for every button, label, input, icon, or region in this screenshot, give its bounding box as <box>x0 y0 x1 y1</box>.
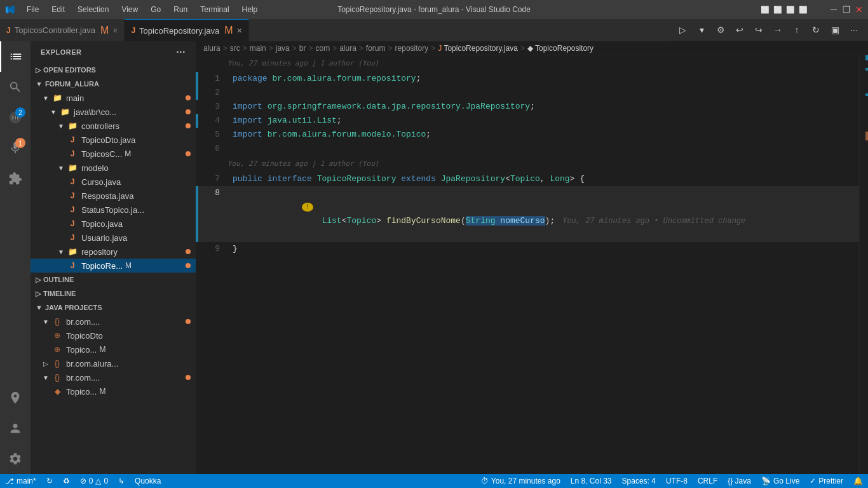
status-quokka[interactable]: Quokka <box>130 474 166 488</box>
activity-search[interactable] <box>0 72 31 102</box>
tree-topico[interactable]: J Topico.java <box>31 217 196 231</box>
folder-label: br.com.alura... <box>66 359 118 369</box>
line-content[interactable] <box>230 142 859 156</box>
menu-run[interactable]: Run <box>167 3 194 17</box>
line-content[interactable]: ! List<Topico> findByCursoNome(String no… <box>230 186 859 242</box>
status-bar: ⎇ main* ↻ ♻ ⊘ 0 △ 0 ↳ Quokka <box>0 474 868 488</box>
status-git-branch[interactable]: ⎇ main* <box>0 474 41 488</box>
tab-topico-repository[interactable]: J TopicoRepository.java M × <box>125 19 248 41</box>
tab-topicos-controller[interactable]: J TopicosController.java M × <box>0 19 125 41</box>
tree-topicos-controller[interactable]: J TopicosC... M <box>31 147 196 161</box>
activity-accounts[interactable] <box>0 413 31 444</box>
menu-go[interactable]: Go <box>144 3 167 17</box>
status-cursor-pos[interactable]: Ln 8, Col 33 <box>566 474 617 488</box>
window-title: TopicoRepository.java - forum_alura - Vi… <box>337 5 531 14</box>
forward-icon[interactable]: → <box>769 21 787 39</box>
status-prettier[interactable]: ✓ Prettier <box>804 474 848 488</box>
layout-icon4[interactable]: ⬜ <box>799 6 807 13</box>
line-content[interactable]: public interface TopicoRepository extend… <box>230 172 859 186</box>
save-icon[interactable]: ↑ <box>788 21 806 39</box>
tree-topico-dto[interactable]: J TopicoDto.java <box>31 133 196 147</box>
more-icon[interactable]: ··· <box>845 21 863 39</box>
status-errors[interactable]: ⊘ 0 △ 0 <box>75 474 113 488</box>
menu-help[interactable]: Help <box>236 3 264 17</box>
status-encoding[interactable]: UTF-8 <box>661 474 693 488</box>
tree-br-com-1[interactable]: ▼ {} br.com.... <box>31 315 196 329</box>
sidebar-more-icon[interactable]: ··· <box>176 46 186 58</box>
layout-icon2[interactable]: ⬜ <box>774 6 782 13</box>
tab-close-icon[interactable]: × <box>112 25 118 36</box>
line-content[interactable]: import br.com.alura.forum.modelo.Topico; <box>230 128 859 142</box>
debug-icon[interactable]: ⚙ <box>712 21 729 39</box>
activity-remote[interactable] <box>0 383 31 413</box>
undo-icon[interactable]: ↩ <box>731 21 749 39</box>
section-label: OUTLINE <box>43 276 74 283</box>
activity-git[interactable]: 2 <box>0 102 31 133</box>
layout-icon3[interactable]: ⬜ <box>787 6 794 13</box>
activity-extensions[interactable] <box>0 163 31 194</box>
tab-close-button[interactable]: × <box>237 25 242 36</box>
tree-topico-dto-proj[interactable]: ⊕ TopicoDto <box>31 329 196 342</box>
line-content[interactable]: import org.springframework.data.jpa.repo… <box>230 100 859 114</box>
layout-icon[interactable]: ⬜ <box>761 6 769 13</box>
section-open-editors[interactable]: ▷ OPEN EDITORS <box>31 63 196 77</box>
tree-br-com-alura[interactable]: ▷ {} br.com.alura... <box>31 356 196 370</box>
redo-icon[interactable]: ↪ <box>750 21 768 39</box>
status-remote[interactable]: ↳ <box>113 474 130 488</box>
code-editor[interactable]: You, 27 minutes ago | 1 author (You) 1 p… <box>196 55 859 474</box>
line-content[interactable]: import java.util.List; <box>230 114 859 128</box>
activity-explorer[interactable] <box>0 41 31 72</box>
menu-view[interactable]: View <box>115 3 144 17</box>
menu-file[interactable]: File <box>20 3 45 17</box>
tree-topico-proj[interactable]: ⊕ Topico... M <box>31 342 196 356</box>
tree-topico-interface[interactable]: ◆ Topico... M <box>31 384 196 398</box>
section-java-projects[interactable]: ▼ JAVA PROJECTS <box>31 301 196 315</box>
status-line-endings[interactable]: CRLF <box>693 474 722 488</box>
tree-controllers-folder[interactable]: ▼ 📁 controllers <box>31 119 196 133</box>
line-content[interactable] <box>230 86 859 100</box>
java-file-icon: J <box>66 191 79 200</box>
tree-modelo-folder[interactable]: ▼ 📁 modelo <box>31 161 196 175</box>
layout-split-icon[interactable]: ▣ <box>826 21 844 39</box>
menu-selection[interactable]: Selection <box>71 3 115 17</box>
minimize-button[interactable]: ─ <box>830 6 837 13</box>
tree-main-folder[interactable]: ▼ 📁 main <box>31 91 196 105</box>
language-label: {} Java <box>728 477 751 485</box>
status-right: ⏱ You, 27 minutes ago Ln 8, Col 33 Space… <box>476 474 868 488</box>
bc-alura2: alura <box>339 44 356 53</box>
status-language[interactable]: {} Java <box>722 474 756 488</box>
section-outline[interactable]: ▷ OUTLINE <box>31 273 196 287</box>
tree-status-topico[interactable]: J StatusTopico.ja... <box>31 203 196 217</box>
run-dropdown[interactable]: ▾ <box>693 21 710 39</box>
tree-curso[interactable]: J Curso.java <box>31 175 196 189</box>
activity-debug[interactable]: 1 <box>0 133 31 163</box>
status-spaces[interactable]: Spaces: 4 <box>617 474 661 488</box>
menu-terminal[interactable]: Terminal <box>194 3 235 17</box>
tree-java-folder[interactable]: ▼ 📁 java\br\co... <box>31 105 196 119</box>
status-git-graph[interactable]: ♻ <box>58 474 75 488</box>
scroll-marker <box>865 55 868 60</box>
section-timeline[interactable]: ▷ TIMELINE <box>31 287 196 301</box>
tree-br-com-2[interactable]: ▼ {} br.com.... <box>31 370 196 384</box>
activity-settings[interactable] <box>0 444 31 474</box>
line-content[interactable]: } <box>230 242 859 256</box>
editor-minimap[interactable] <box>859 55 868 474</box>
run-button[interactable]: ▷ <box>674 21 691 39</box>
line-content[interactable]: package br.com.alura.forum.repository; <box>230 72 859 86</box>
tree-topico-repository[interactable]: J TopicoRe... M <box>31 259 196 273</box>
remote-icon: ↳ <box>118 477 125 485</box>
tree-usuario[interactable]: J Usuario.java <box>31 231 196 245</box>
refresh-icon[interactable]: ↻ <box>807 21 825 39</box>
restore-button[interactable]: ❐ <box>843 6 850 13</box>
status-go-live[interactable]: 📡 Go Live <box>756 474 804 488</box>
tree-repository-folder[interactable]: ▼ 📁 repository <box>31 245 196 259</box>
section-forum-alura[interactable]: ▼ FORUM_ALURA <box>31 77 196 91</box>
line-number: 3 <box>198 100 230 114</box>
status-git-message[interactable]: ⏱ You, 27 minutes ago <box>476 474 566 488</box>
status-notification[interactable]: 🔔 <box>848 474 868 488</box>
menu-edit[interactable]: Edit <box>45 3 71 17</box>
activity-bar: 2 1 <box>0 41 31 474</box>
close-button[interactable]: ✕ <box>855 6 863 13</box>
tree-resposta[interactable]: J Resposta.java <box>31 189 196 203</box>
status-sync[interactable]: ↻ <box>41 474 58 488</box>
